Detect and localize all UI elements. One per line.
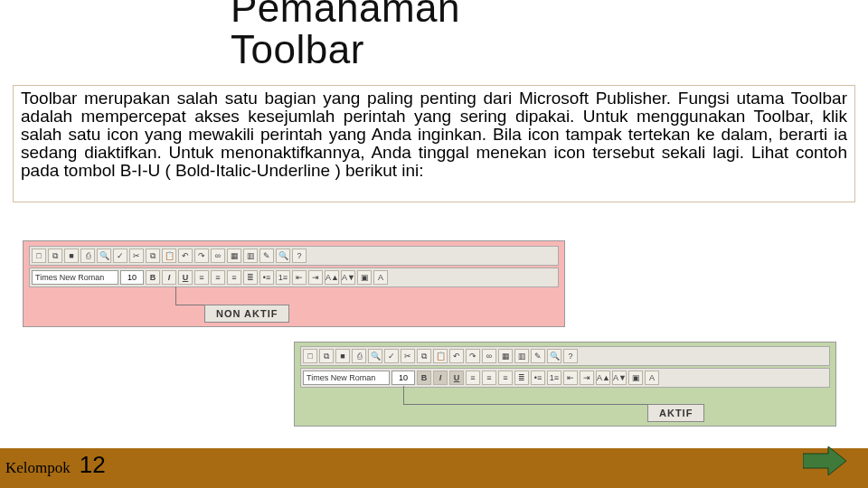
next-arrow-button[interactable] — [803, 446, 846, 475]
callout-line — [403, 386, 404, 404]
numbering-icon: 1≡ — [276, 270, 290, 285]
font-name-box: Times New Roman — [303, 371, 390, 385]
font-shrink-icon: A▼ — [341, 270, 355, 285]
toolbar-example-nonactive: □ ⧉ ■ ⎙ 🔍 ✓ ✂ ⧉ 📋 ↶ ↷ ∞ ▦ ▥ ✎ 🔍 ? Times … — [23, 240, 565, 327]
copy-icon: ⧉ — [146, 249, 160, 263]
font-size-text: 10 — [127, 273, 137, 282]
callout-line — [175, 286, 176, 305]
help-icon: ? — [563, 349, 578, 363]
title-line-1: Pemahaman — [231, 0, 460, 30]
align-right-icon: ≡ — [227, 270, 241, 285]
bullets-icon: •≡ — [259, 270, 274, 285]
title-line-2: Toolbar — [231, 27, 364, 71]
print-icon: ⎙ — [352, 349, 366, 363]
indent-dec-icon: ⇤ — [292, 270, 307, 285]
new-icon: □ — [303, 349, 317, 363]
open-icon: ⧉ — [319, 349, 334, 363]
font-grow-icon: A▲ — [596, 371, 610, 385]
table-icon: ▦ — [498, 349, 513, 363]
preview-icon: 🔍 — [97, 249, 111, 263]
print-icon: ⎙ — [80, 249, 95, 263]
zoom-icon: 🔍 — [547, 349, 561, 363]
preview-icon: 🔍 — [368, 349, 382, 363]
align-left-icon: ≡ — [466, 371, 480, 385]
footer-left: Kelompok 12 — [5, 451, 106, 479]
underline-icon: U — [449, 371, 464, 385]
justify-icon: ≣ — [243, 270, 258, 285]
align-right-icon: ≡ — [498, 371, 513, 385]
paste-icon: 📋 — [162, 249, 176, 263]
label-nonaktif: NON AKTIF — [204, 305, 289, 323]
link-icon: ∞ — [211, 249, 225, 263]
description-text: Toolbar merupakan salah satu bagian yang… — [21, 89, 847, 180]
align-center-icon: ≡ — [482, 371, 496, 385]
toolbar-formatting-row: Times New Roman 10 B I U ≡ ≡ ≡ ≣ •≡ 1≡ ⇤… — [300, 368, 830, 388]
bold-icon: B — [417, 371, 431, 385]
columns-icon: ▥ — [243, 249, 258, 263]
save-icon: ■ — [335, 349, 350, 363]
font-name-box: Times New Roman — [32, 270, 118, 285]
font-color-icon: A — [373, 270, 388, 285]
label-aktif: AKTIF — [647, 404, 704, 422]
font-name-text: Times New Roman — [307, 371, 375, 384]
slide: Pemahaman Toolbar Toolbar merupakan sala… — [0, 0, 868, 488]
paste-icon: 📋 — [433, 349, 448, 363]
cut-icon: ✂ — [129, 249, 144, 263]
underline-icon: U — [178, 270, 193, 285]
indent-dec-icon: ⇤ — [563, 371, 578, 385]
align-center-icon: ≡ — [211, 270, 225, 285]
italic-icon: I — [162, 270, 176, 285]
redo-icon: ↷ — [466, 349, 480, 363]
undo-icon: ↶ — [178, 249, 193, 263]
svg-marker-0 — [803, 446, 846, 475]
align-left-icon: ≡ — [194, 270, 209, 285]
new-icon: □ — [32, 249, 46, 263]
font-shrink-icon: A▼ — [612, 371, 627, 385]
columns-icon: ▥ — [514, 349, 529, 363]
font-name-text: Times New Roman — [35, 271, 104, 284]
font-size-box: 10 — [120, 270, 144, 285]
indent-inc-icon: ⇥ — [580, 371, 594, 385]
table-icon: ▦ — [227, 249, 241, 263]
arrow-right-icon — [803, 446, 846, 475]
justify-icon: ≣ — [514, 371, 529, 385]
numbering-icon: 1≡ — [547, 371, 561, 385]
footer-group: Kelompok — [5, 459, 71, 477]
cut-icon: ✂ — [401, 349, 415, 363]
link-icon: ∞ — [482, 349, 496, 363]
redo-icon: ↷ — [194, 249, 209, 263]
indent-inc-icon: ⇥ — [308, 270, 323, 285]
spell-icon: ✓ — [384, 349, 399, 363]
page-title: Pemahaman Toolbar — [231, 0, 460, 70]
draw-icon: ✎ — [531, 349, 545, 363]
toolbar-example-active: □ ⧉ ■ ⎙ 🔍 ✓ ✂ ⧉ 📋 ↶ ↷ ∞ ▦ ▥ ✎ 🔍 ? Times … — [294, 342, 836, 427]
toolbar-formatting-row: Times New Roman 10 B I U ≡ ≡ ≡ ≣ •≡ 1≡ ⇤… — [29, 267, 559, 287]
font-size-text: 10 — [399, 373, 408, 382]
toolbar-standard-row: □ ⧉ ■ ⎙ 🔍 ✓ ✂ ⧉ 📋 ↶ ↷ ∞ ▦ ▥ ✎ 🔍 ? — [300, 346, 830, 366]
font-size-box: 10 — [392, 371, 415, 385]
help-icon: ? — [292, 249, 307, 263]
open-icon: ⧉ — [48, 249, 62, 263]
undo-icon: ↶ — [449, 349, 464, 363]
copy-icon: ⧉ — [417, 349, 431, 363]
font-color-icon: A — [645, 371, 659, 385]
description-box: Toolbar merupakan salah satu bagian yang… — [13, 85, 855, 202]
bullets-icon: •≡ — [531, 371, 545, 385]
fill-color-icon: ▣ — [628, 371, 643, 385]
footer-bar — [0, 448, 868, 488]
font-grow-icon: A▲ — [325, 270, 339, 285]
zoom-icon: 🔍 — [276, 249, 290, 263]
draw-icon: ✎ — [259, 249, 274, 263]
bold-icon: B — [146, 270, 160, 285]
fill-color-icon: ▣ — [357, 270, 372, 285]
save-icon: ■ — [64, 249, 79, 263]
footer-number: 12 — [80, 451, 106, 479]
toolbar-standard-row: □ ⧉ ■ ⎙ 🔍 ✓ ✂ ⧉ 📋 ↶ ↷ ∞ ▦ ▥ ✎ 🔍 ? — [29, 246, 559, 266]
spell-icon: ✓ — [113, 249, 127, 263]
italic-icon: I — [433, 371, 448, 385]
